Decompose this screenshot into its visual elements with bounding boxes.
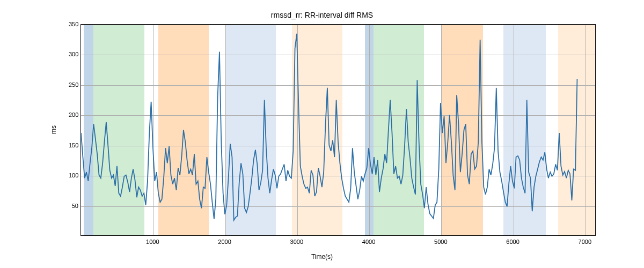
y-tick-label: 150 bbox=[69, 142, 78, 148]
y-tick-label: 250 bbox=[69, 81, 78, 88]
y-tick-label: 200 bbox=[69, 111, 78, 118]
x-tick-label: 5000 bbox=[434, 239, 447, 245]
x-tick-label: 4000 bbox=[362, 239, 375, 245]
y-axis-label: ms bbox=[50, 125, 57, 134]
y-tick-label: 100 bbox=[69, 172, 78, 178]
x-axis-label: Time(s) bbox=[0, 253, 644, 260]
x-tick-label: 6000 bbox=[506, 239, 519, 245]
chart-title: rmssd_rr: RR-interval diff RMS bbox=[0, 11, 644, 19]
chart-container: rmssd_rr: RR-interval diff RMS 100020003… bbox=[0, 0, 644, 268]
y-tick-label: 350 bbox=[69, 21, 78, 27]
series-path bbox=[81, 34, 577, 220]
plot-area bbox=[80, 24, 596, 236]
x-tick-label: 7000 bbox=[579, 239, 591, 245]
line-series bbox=[81, 25, 595, 235]
x-tick-label: 1000 bbox=[146, 239, 159, 245]
y-tick-label: 50 bbox=[69, 203, 78, 209]
y-tick-label: 300 bbox=[69, 51, 78, 57]
x-tick-label: 2000 bbox=[218, 239, 231, 245]
x-tick-label: 3000 bbox=[290, 239, 303, 245]
